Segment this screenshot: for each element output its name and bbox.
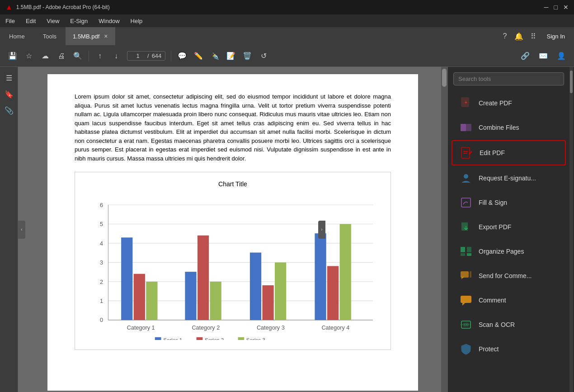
minimize-button[interactable]: ─ (544, 4, 549, 11)
markup-button[interactable]: 📝 (224, 49, 238, 63)
svg-text:0: 0 (100, 317, 103, 323)
tool-item-edit-pdf[interactable]: Edit PDF (452, 140, 566, 165)
svg-text:Category 4: Category 4 (321, 325, 349, 331)
svg-rect-35 (461, 198, 470, 207)
export-pdf-label: Export PDF (479, 223, 511, 231)
svg-rect-28 (461, 124, 466, 131)
create-pdf-label: Create PDF (479, 99, 512, 107)
svg-marker-45 (462, 303, 465, 306)
tool-item-create-pdf[interactable]: + Create PDF (452, 91, 566, 115)
right-panel-scroll-thumb[interactable] (570, 71, 573, 93)
tool-item-protect[interactable]: Protect (452, 337, 566, 361)
tool-item-request-esignature[interactable]: Request E-signatu... (452, 166, 566, 190)
cloud-upload-button[interactable]: ☁ (38, 49, 52, 63)
comment-icon (459, 293, 473, 307)
sidebar-attachments[interactable]: 📎 (2, 103, 16, 118)
svg-text:Series 3: Series 3 (246, 337, 265, 340)
link-button[interactable]: 🔗 (518, 49, 532, 63)
scroll-down-button[interactable]: ↓ (109, 49, 123, 63)
bar-cat1-s2 (134, 274, 145, 320)
organize-pages-label: Organize Pages (479, 248, 524, 255)
svg-text:3: 3 (100, 260, 103, 266)
search-button[interactable]: 🔍 (71, 49, 85, 63)
toolbar-sep-1 (89, 51, 89, 61)
svg-rect-37 (461, 247, 465, 252)
page-input[interactable]: 1 (131, 52, 145, 59)
svg-text:Category 2: Category 2 (192, 325, 220, 331)
maximize-button[interactable]: □ (554, 4, 558, 11)
svg-text:Category 3: Category 3 (257, 325, 285, 331)
window-title: 1.5MB.pdf - Adobe Acrobat Pro (64-bit) (16, 4, 110, 10)
menu-file[interactable]: File (4, 17, 17, 25)
highlight-button[interactable]: ✒️ (207, 49, 222, 63)
delete-button[interactable]: 🗑️ (240, 49, 254, 63)
close-button[interactable]: ✕ (563, 4, 569, 11)
tab-close-button[interactable]: × (104, 33, 108, 40)
request-esignature-icon (459, 171, 473, 185)
tab-tools[interactable]: Tools (34, 27, 66, 45)
bar-cat2-s1 (185, 272, 196, 320)
svg-text:Series 2: Series 2 (205, 337, 224, 340)
bar-cat1-s3 (146, 282, 157, 320)
svg-rect-44 (461, 296, 471, 303)
tool-item-send-for-comment[interactable]: Send for Comme... (452, 264, 566, 288)
main-layout: ☰ 🔖 📎 ‹ › Lorem ipsum dolor sit amet, co… (0, 67, 574, 392)
sidebar-thumbnails[interactable]: ☰ (2, 71, 16, 85)
notification-icon[interactable]: 🔔 (514, 32, 523, 41)
search-tools-input[interactable] (453, 72, 564, 85)
bar-cat4-s2 (327, 266, 339, 320)
tool-item-combine-files[interactable]: Combine Files (452, 116, 566, 139)
scan-ocr-icon (459, 317, 473, 332)
tab-right-controls: ? 🔔 ⠿ Sign In (503, 27, 574, 45)
page-separator: / (147, 52, 149, 59)
save-button[interactable]: 💾 (5, 49, 20, 63)
sidebar-bookmarks[interactable]: 🔖 (2, 87, 16, 101)
svg-rect-41 (461, 271, 469, 278)
edit-pdf-label: Edit PDF (480, 149, 505, 156)
tab-home[interactable]: Home (0, 27, 34, 45)
combine-files-icon (459, 120, 473, 135)
bar-cat3-s1 (250, 253, 261, 320)
fill-sign-label: Fill & Sign (479, 199, 507, 206)
tab-file[interactable]: 1.5MB.pdf × (66, 27, 115, 45)
tool-item-export-pdf[interactable]: Export PDF (452, 215, 566, 239)
menu-help[interactable]: Help (129, 17, 145, 25)
user-button[interactable]: 👤 (554, 49, 569, 63)
bar-cat4-s1 (315, 233, 326, 320)
bookmark-button[interactable]: ☆ (22, 49, 36, 63)
vertical-scrollbar[interactable] (441, 67, 447, 392)
tool-item-scan-ocr[interactable]: Scan & OCR (452, 313, 566, 336)
help-icon[interactable]: ? (503, 32, 507, 40)
sign-in-button[interactable]: Sign In (543, 31, 569, 42)
menu-window[interactable]: Window (97, 17, 121, 25)
menu-view[interactable]: View (45, 17, 61, 25)
svg-marker-33 (469, 151, 472, 155)
collapse-left-button[interactable]: ‹ (18, 221, 25, 239)
menu-esign[interactable]: E-Sign (68, 17, 89, 25)
create-pdf-icon: + (459, 96, 473, 110)
svg-text:+: + (465, 100, 467, 105)
scroll-thumb[interactable] (442, 69, 447, 87)
tool-item-organize-pages[interactable]: Organize Pages (452, 240, 566, 263)
print-button[interactable]: 🖨 (54, 49, 69, 63)
toolbar-sep-2 (171, 51, 171, 61)
svg-rect-24 (238, 337, 244, 340)
tool-item-fill-sign[interactable]: Fill & Sign (452, 191, 566, 214)
bar-cat2-s3 (210, 282, 221, 320)
tool-item-comment[interactable]: Comment (452, 288, 566, 312)
apps-icon[interactable]: ⠿ (531, 32, 536, 41)
page-navigator: 1 / 644 (127, 51, 165, 61)
scroll-up-button[interactable]: ↑ (93, 49, 107, 63)
menu-edit[interactable]: Edit (24, 17, 38, 25)
pdf-text-content: Lorem ipsum dolor sit amet, consectetur … (75, 92, 391, 163)
right-panel-scrollbar[interactable] (569, 67, 573, 392)
bar-cat3-s3 (275, 262, 286, 320)
pdf-page: Lorem ipsum dolor sit amet, consectetur … (47, 74, 418, 391)
pen-button[interactable]: ✏️ (191, 49, 206, 63)
svg-text:Category 1: Category 1 (127, 325, 155, 331)
comment-button[interactable]: 💬 (175, 49, 189, 63)
email-button[interactable]: ✉️ (536, 49, 550, 63)
undo-button[interactable]: ↺ (256, 49, 271, 63)
collapse-right-button[interactable]: › (318, 221, 325, 239)
svg-text:6: 6 (100, 202, 103, 208)
